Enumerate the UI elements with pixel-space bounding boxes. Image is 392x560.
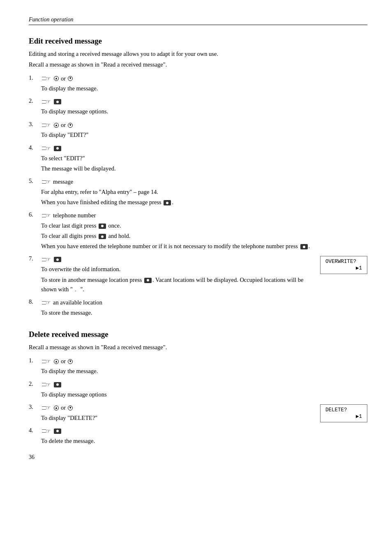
fkey-icon-2: ☞ [42,97,51,106]
page-number: 36 [29,454,35,461]
step-7-desc2: To store in another message location pre… [41,275,312,294]
menu-btn-inner-4 [56,147,59,150]
menu-btn-inner-2 [56,101,59,103]
menu-btn-4 [54,146,61,151]
step-num-6: 6. [29,211,41,218]
del-step-3-content: ☞ ▲ or ▼ To display "DELETE?" DELETE? ▶1 [41,403,367,423]
section-delete: Delete received message Recall a message… [29,330,367,446]
fkey-icon-3: ☞ [42,121,51,129]
del-up-circle-3: ▲ [54,406,59,410]
delete-step-2: 2. ☞ To display message options [29,380,367,399]
del-down-circle-3: ▼ [68,406,73,410]
del-menu-btn-inner-2 [56,383,59,386]
step-8-instruction: ☞ an available location [41,298,367,307]
header-title: Function operation [29,16,74,23]
section-edit-intro1: Editing and storing a received message a… [29,50,367,59]
step-1-desc: To display the message. [41,84,367,93]
header: Function operation [29,16,367,25]
del-fkey-hand-2: ☞ [46,380,51,389]
del-fkey-icon-3: ☞ [42,403,51,412]
del-fkey-hand-1: ☞ [46,357,51,366]
step-num-5: 5. [29,177,41,184]
store-btn-7 [144,278,152,283]
store-btn-inner-7 [147,279,149,281]
edit-step-6: 6. ☞ telephone number To clear last digi… [29,211,367,251]
delete-line1: DELETE? [325,407,362,413]
overwrite-line1: OVERWRITE? [325,259,362,265]
done-btn-6 [300,244,308,249]
delete-display-box: DELETE? ▶1 [320,404,367,422]
step-5-desc2: When you have finished editing the messa… [41,198,367,207]
step-6-desc1: To clear last digit press once. [41,221,367,230]
finish-btn-inner-5 [166,202,168,204]
fkey-icon-5: ☞ [42,177,51,186]
del-fkey-icon-1: ☞ [42,357,51,366]
clear-btn-inner-6a [101,225,104,227]
del-up-circle-1: ▲ [54,359,59,364]
step-5-label: message [53,177,73,187]
step-3-content: ☞ ▲ or ▼ To display "EDIT?" [41,121,367,140]
edit-step-2: 2. ☞ To display message options. [29,97,367,116]
finish-btn-5 [164,200,171,205]
clear-btn-inner-6b [101,235,104,238]
or-text-1: or [61,74,66,83]
fkey-hand-4: ☞ [46,144,51,153]
done-btn-inner-6 [303,246,305,248]
del-fkey-hand-4: ☞ [46,427,51,436]
clear-btn-6a [99,224,106,229]
fkey-hand-1: ☞ [46,74,51,83]
up-circle-3: ▲ [54,123,59,128]
del-step-1-instruction: ☞ ▲ or ▼ [41,357,367,366]
del-step-3-desc: To display "DELETE?" [41,413,312,423]
menu-btn-7 [54,257,61,262]
fkey-hand-7: ☞ [46,255,51,264]
step-7-desc1: To overwrite the old information. [41,265,312,274]
del-step-2-desc: To display message options [41,390,367,399]
step-7-text: ☞ To overwrite the old information. To s… [41,255,312,294]
step-3-instruction: ☞ ▲ or ▼ [41,121,367,130]
del-down-circle-1: ▼ [68,359,73,364]
delete-steps-list: 1. ☞ ▲ or ▼ To display the message. [29,357,367,446]
page: Function operation Edit received message… [0,0,392,477]
step-6-desc2: To clear all digits press and hold. [41,231,367,241]
del-step-num-4: 4. [29,427,41,434]
edit-step-4: 4. ☞ To select "EDIT?" The message will … [29,144,367,173]
edit-step-1: 1. ☞ ▲ or ▼ To display the me [29,74,367,94]
step-7-inner: ☞ To overwrite the old information. To s… [41,255,367,294]
fkey-hand-5: ☞ [46,177,51,186]
edit-step-5: 5. ☞ message For alpha entry, refer to "… [29,177,367,207]
del-fkey-hand-3: ☞ [46,403,51,412]
fkey-icon-4: ☞ [42,144,51,153]
del-step-4-instruction: ☞ [41,427,367,436]
step-6-instruction: ☞ telephone number [41,211,367,220]
step-num-1: 1. [29,74,41,81]
step-6-desc3: When you have entered the telephone numb… [41,242,367,251]
fkey-hand-3: ☞ [46,121,51,129]
step-7-instruction: ☞ [41,255,312,264]
step-6-content: ☞ telephone number To clear last digit p… [41,211,367,251]
step-3-desc: To display "EDIT?" [41,130,367,140]
step-4-content: ☞ To select "EDIT?" The message will be … [41,144,367,173]
del-step-2-content: ☞ To display message options [41,380,367,399]
section-edit: Edit received message Editing and storin… [29,37,367,318]
step-2-instruction: ☞ [41,97,367,106]
overwrite-line2: ▶1 [325,265,362,271]
del-step-1-content: ☞ ▲ or ▼ To display the message. [41,357,367,376]
fkey-icon-8: ☞ [42,298,51,307]
step-6-label: telephone number [53,211,96,220]
step-8-content: ☞ an available location To store the mes… [41,298,367,318]
step-5-instruction: ☞ message [41,177,367,187]
step-4-desc2: The message will be displayed. [41,164,367,173]
overwrite-display-box: OVERWRITE? ▶1 [320,256,367,274]
del-menu-btn-4 [54,429,61,434]
down-circle-1: ▼ [68,76,73,81]
up-circle-1: ▲ [54,76,59,81]
step-1-instruction: ☞ ▲ or ▼ [41,74,367,83]
del-fkey-icon-4: ☞ [42,427,51,436]
step-5-desc1: For alpha entry, refer to "Alpha entry" … [41,187,367,197]
fkey-icon-7: ☞ [42,255,51,264]
step-4-instruction: ☞ [41,144,367,153]
step-8-desc: To store the message. [41,308,367,318]
section-delete-intro: Recall a message as shown in "Read a rec… [29,343,367,352]
step-num-8: 8. [29,298,41,305]
